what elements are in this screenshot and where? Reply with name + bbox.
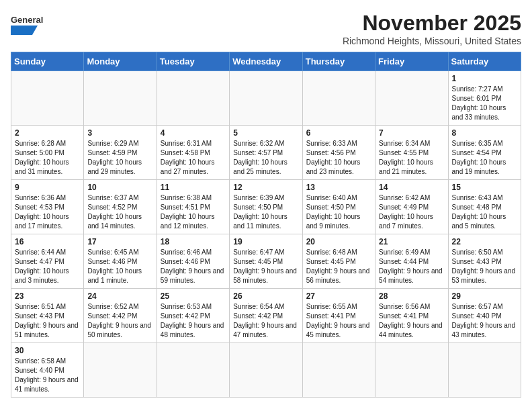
calendar-cell: 16Sunrise: 6:44 AM Sunset: 4:47 PM Dayli… <box>11 234 84 289</box>
calendar-cell: 6Sunrise: 6:33 AM Sunset: 4:56 PM Daylig… <box>302 126 375 180</box>
day-info: Sunrise: 6:37 AM Sunset: 4:52 PM Dayligh… <box>87 193 152 231</box>
day-number: 20 <box>306 237 371 246</box>
calendar-cell <box>157 71 229 126</box>
day-info: Sunrise: 6:58 AM Sunset: 4:40 PM Dayligh… <box>15 357 80 394</box>
day-info: Sunrise: 6:42 AM Sunset: 4:49 PM Dayligh… <box>379 193 444 231</box>
day-number: 13 <box>306 183 371 192</box>
day-number: 25 <box>161 291 226 301</box>
logo-icon: General <box>11 11 44 38</box>
day-info: Sunrise: 6:50 AM Sunset: 4:43 PM Dayligh… <box>452 248 517 285</box>
day-info: Sunrise: 6:33 AM Sunset: 4:56 PM Dayligh… <box>306 139 371 177</box>
svg-text:General: General <box>11 15 43 25</box>
page-header: General November 2025 Richmond Heights, … <box>11 11 521 46</box>
day-number: 12 <box>233 183 298 192</box>
day-number: 7 <box>379 128 444 138</box>
weekday-header: Friday <box>375 52 448 71</box>
calendar-cell: 24Sunrise: 6:52 AM Sunset: 4:42 PM Dayli… <box>84 289 157 343</box>
day-info: Sunrise: 6:46 AM Sunset: 4:46 PM Dayligh… <box>161 248 226 285</box>
day-number: 11 <box>161 183 226 192</box>
day-info: Sunrise: 6:47 AM Sunset: 4:45 PM Dayligh… <box>233 248 298 285</box>
title-area: November 2025 Richmond Heights, Missouri… <box>343 11 521 46</box>
day-info: Sunrise: 6:35 AM Sunset: 4:54 PM Dayligh… <box>452 139 517 177</box>
calendar-cell: 25Sunrise: 6:53 AM Sunset: 4:42 PM Dayli… <box>157 289 229 343</box>
day-info: Sunrise: 7:27 AM Sunset: 6:01 PM Dayligh… <box>452 85 517 122</box>
day-number: 15 <box>452 183 517 192</box>
svg-marker-1 <box>11 26 38 35</box>
day-info: Sunrise: 6:49 AM Sunset: 4:44 PM Dayligh… <box>379 248 444 285</box>
day-number: 10 <box>87 183 152 192</box>
weekday-header-row: SundayMondayTuesdayWednesdayThursdayFrid… <box>11 52 521 71</box>
calendar-cell <box>84 71 157 126</box>
day-info: Sunrise: 6:48 AM Sunset: 4:45 PM Dayligh… <box>306 248 371 285</box>
day-info: Sunrise: 6:56 AM Sunset: 4:41 PM Dayligh… <box>379 302 444 340</box>
day-number: 27 <box>306 291 371 301</box>
day-info: Sunrise: 6:44 AM Sunset: 4:47 PM Dayligh… <box>15 248 80 285</box>
calendar-cell: 14Sunrise: 6:42 AM Sunset: 4:49 PM Dayli… <box>375 180 448 234</box>
day-number: 23 <box>15 291 80 301</box>
day-number: 1 <box>452 74 517 83</box>
day-number: 18 <box>161 237 226 246</box>
day-info: Sunrise: 6:34 AM Sunset: 4:55 PM Dayligh… <box>379 139 444 177</box>
day-info: Sunrise: 6:40 AM Sunset: 4:50 PM Dayligh… <box>306 193 371 231</box>
calendar-week-row: 23Sunrise: 6:51 AM Sunset: 4:43 PM Dayli… <box>11 289 521 343</box>
day-info: Sunrise: 6:51 AM Sunset: 4:43 PM Dayligh… <box>15 302 80 340</box>
calendar-cell: 27Sunrise: 6:55 AM Sunset: 4:41 PM Dayli… <box>302 289 375 343</box>
calendar-cell: 2Sunrise: 6:28 AM Sunset: 5:00 PM Daylig… <box>11 126 84 180</box>
day-number: 28 <box>379 291 444 301</box>
calendar-cell: 21Sunrise: 6:49 AM Sunset: 4:44 PM Dayli… <box>375 234 448 289</box>
calendar-cell: 29Sunrise: 6:57 AM Sunset: 4:40 PM Dayli… <box>448 289 521 343</box>
day-info: Sunrise: 6:52 AM Sunset: 4:42 PM Dayligh… <box>87 302 152 340</box>
day-info: Sunrise: 6:38 AM Sunset: 4:51 PM Dayligh… <box>161 193 226 231</box>
weekday-header: Thursday <box>302 52 375 71</box>
month-title: November 2025 <box>343 11 521 36</box>
calendar-cell <box>302 343 375 398</box>
weekday-header: Saturday <box>448 52 521 71</box>
calendar-cell: 5Sunrise: 6:32 AM Sunset: 4:57 PM Daylig… <box>230 126 302 180</box>
calendar-cell: 9Sunrise: 6:36 AM Sunset: 4:53 PM Daylig… <box>11 180 84 234</box>
day-info: Sunrise: 6:29 AM Sunset: 4:59 PM Dayligh… <box>87 139 152 177</box>
day-number: 9 <box>15 183 80 192</box>
weekday-header: Tuesday <box>157 52 229 71</box>
calendar-week-row: 1Sunrise: 7:27 AM Sunset: 6:01 PM Daylig… <box>11 71 521 126</box>
day-info: Sunrise: 6:31 AM Sunset: 4:58 PM Dayligh… <box>161 139 226 177</box>
day-info: Sunrise: 6:53 AM Sunset: 4:42 PM Dayligh… <box>161 302 226 340</box>
calendar-cell: 11Sunrise: 6:38 AM Sunset: 4:51 PM Dayli… <box>157 180 229 234</box>
calendar-cell <box>230 71 302 126</box>
day-info: Sunrise: 6:28 AM Sunset: 5:00 PM Dayligh… <box>15 139 80 177</box>
calendar-cell <box>375 71 448 126</box>
calendar-cell: 4Sunrise: 6:31 AM Sunset: 4:58 PM Daylig… <box>157 126 229 180</box>
day-info: Sunrise: 6:54 AM Sunset: 4:42 PM Dayligh… <box>233 302 298 340</box>
location-title: Richmond Heights, Missouri, United State… <box>343 36 521 46</box>
calendar-cell: 10Sunrise: 6:37 AM Sunset: 4:52 PM Dayli… <box>84 180 157 234</box>
calendar-cell: 13Sunrise: 6:40 AM Sunset: 4:50 PM Dayli… <box>302 180 375 234</box>
calendar-cell <box>11 71 84 126</box>
logo: General <box>11 11 44 38</box>
day-number: 29 <box>452 291 517 301</box>
calendar-cell: 30Sunrise: 6:58 AM Sunset: 4:40 PM Dayli… <box>11 343 84 398</box>
calendar-cell <box>84 343 157 398</box>
day-number: 4 <box>161 128 226 138</box>
calendar-cell: 8Sunrise: 6:35 AM Sunset: 4:54 PM Daylig… <box>448 126 521 180</box>
calendar-cell: 17Sunrise: 6:45 AM Sunset: 4:46 PM Dayli… <box>84 234 157 289</box>
calendar-cell <box>302 71 375 126</box>
calendar-cell <box>375 343 448 398</box>
day-number: 24 <box>87 291 152 301</box>
day-info: Sunrise: 6:36 AM Sunset: 4:53 PM Dayligh… <box>15 193 80 231</box>
day-number: 30 <box>15 346 80 355</box>
day-number: 19 <box>233 237 298 246</box>
calendar-week-row: 9Sunrise: 6:36 AM Sunset: 4:53 PM Daylig… <box>11 180 521 234</box>
day-number: 22 <box>452 237 517 246</box>
calendar-cell: 20Sunrise: 6:48 AM Sunset: 4:45 PM Dayli… <box>302 234 375 289</box>
calendar-cell <box>448 343 521 398</box>
calendar-cell: 22Sunrise: 6:50 AM Sunset: 4:43 PM Dayli… <box>448 234 521 289</box>
calendar-cell: 15Sunrise: 6:43 AM Sunset: 4:48 PM Dayli… <box>448 180 521 234</box>
day-info: Sunrise: 6:32 AM Sunset: 4:57 PM Dayligh… <box>233 139 298 177</box>
calendar-cell: 23Sunrise: 6:51 AM Sunset: 4:43 PM Dayli… <box>11 289 84 343</box>
day-number: 17 <box>87 237 152 246</box>
day-number: 8 <box>452 128 517 138</box>
day-info: Sunrise: 6:43 AM Sunset: 4:48 PM Dayligh… <box>452 193 517 231</box>
day-info: Sunrise: 6:39 AM Sunset: 4:50 PM Dayligh… <box>233 193 298 231</box>
calendar-week-row: 2Sunrise: 6:28 AM Sunset: 5:00 PM Daylig… <box>11 126 521 180</box>
calendar-cell <box>230 343 302 398</box>
day-number: 26 <box>233 291 298 301</box>
